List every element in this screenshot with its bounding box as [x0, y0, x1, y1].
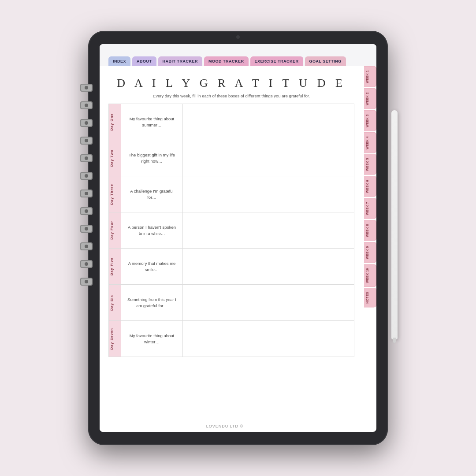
- writing-area[interactable]: [183, 140, 354, 176]
- spiral-ring: [80, 137, 93, 145]
- prompt-cell: Something from this year I am grateful f…: [121, 285, 183, 321]
- page-title: D A I L Y G R A T I T U D E: [100, 66, 363, 93]
- spiral-ring: [80, 172, 93, 180]
- side-tab-week7[interactable]: WEEK 7: [364, 198, 376, 219]
- writing-area[interactable]: [183, 285, 354, 321]
- table-row: Day SixSomething from this year I am gra…: [109, 285, 354, 321]
- prompt-cell: My favourite thing about summer…: [121, 104, 183, 140]
- content-area: D A I L Y G R A T I T U D E Every day th…: [100, 66, 363, 432]
- prompt-cell: The biggest gift in my life right now…: [121, 140, 183, 176]
- tab-mood-tracker[interactable]: MOOD TRACKER: [204, 56, 249, 66]
- apple-pencil: [391, 110, 398, 339]
- page-subtitle: Every day this week, fill in each of the…: [100, 93, 363, 104]
- side-tabs: WEEK 1 WEEK 2 WEEK 3 WEEK 4 WEEK 5 WEEK …: [364, 66, 376, 307]
- spiral-ring: [80, 260, 93, 268]
- prompt-cell: A challenge I'm grateful for…: [121, 176, 183, 212]
- side-tab-week2[interactable]: WEEK 2: [364, 88, 376, 109]
- tab-about[interactable]: ABOUT: [132, 56, 156, 66]
- writing-area[interactable]: [183, 104, 354, 140]
- day-label: Day Two: [109, 148, 115, 168]
- writing-area[interactable]: [183, 212, 354, 249]
- spiral-ring: [80, 225, 93, 233]
- tabs-container: INDEX ABOUT HABIT TRACKER MOOD TRACKER E…: [100, 44, 376, 66]
- side-tab-week9[interactable]: WEEK 9: [364, 242, 376, 263]
- spiral-ring: [80, 190, 93, 197]
- spiral-ring: [80, 242, 93, 250]
- spiral-rings: [80, 84, 93, 286]
- tab-index[interactable]: INDEX: [108, 56, 130, 66]
- writing-area[interactable]: [183, 249, 354, 285]
- side-tab-week6[interactable]: WEEK 6: [364, 176, 376, 197]
- side-tab-week3[interactable]: WEEK 3: [364, 110, 376, 131]
- day-label: Day One: [109, 112, 115, 132]
- writing-area[interactable]: [183, 321, 354, 357]
- spiral-ring: [80, 119, 93, 127]
- day-label: Day Five: [109, 256, 115, 277]
- day-label: Day Six: [109, 293, 115, 312]
- writing-area[interactable]: [183, 176, 354, 212]
- spiral-ring: [80, 84, 93, 92]
- table-row: Day SevenMy favourite thing about winter…: [109, 321, 354, 357]
- gratitude-table: Day OneMy favourite thing about summer…D…: [108, 104, 354, 357]
- side-tab-week5[interactable]: WEEK 5: [364, 154, 376, 175]
- table-row: Day FourA person I haven't spoken to in …: [109, 212, 354, 249]
- table-row: Day TwoThe biggest gift in my life right…: [109, 140, 354, 176]
- day-label-cell: Day One: [109, 104, 121, 140]
- table-row: Day OneMy favourite thing about summer…: [109, 104, 354, 140]
- table-row: Day ThreeA challenge I'm grateful for…: [109, 176, 354, 212]
- spiral-ring: [80, 278, 93, 286]
- day-label-cell: Day Five: [109, 249, 121, 285]
- spiral-ring: [80, 101, 93, 109]
- day-label-cell: Day Six: [109, 285, 121, 321]
- side-tab-notes[interactable]: NOTES: [364, 288, 376, 308]
- prompt-cell: My favourite thing about winter…: [121, 321, 183, 357]
- prompt-cell: A person I haven't spoken to in a while…: [121, 212, 183, 249]
- day-label-cell: Day Four: [109, 212, 121, 249]
- day-label: Day Four: [109, 219, 115, 242]
- spiral-ring: [80, 154, 93, 162]
- tab-goal-setting[interactable]: GOAL SETTING: [305, 56, 346, 66]
- footer-text: LOVENDU LTD ©: [100, 424, 350, 428]
- side-tab-week10[interactable]: WEEK 10: [364, 264, 376, 287]
- day-label: Day Seven: [109, 326, 115, 351]
- tab-exercise-tracker[interactable]: EXERCISE TRACKER: [250, 56, 303, 66]
- tablet: INDEX ABOUT HABIT TRACKER MOOD TRACKER E…: [88, 31, 388, 445]
- spiral-ring: [80, 207, 93, 215]
- day-label-cell: Day Two: [109, 140, 121, 176]
- side-tab-week8[interactable]: WEEK 8: [364, 220, 376, 241]
- camera-icon: [236, 35, 240, 39]
- side-tab-week1[interactable]: WEEK 1: [364, 66, 376, 87]
- tab-habit-tracker[interactable]: HABIT TRACKER: [158, 56, 203, 66]
- prompt-cell: A memory that makes me smile…: [121, 249, 183, 285]
- tablet-screen: INDEX ABOUT HABIT TRACKER MOOD TRACKER E…: [100, 44, 376, 432]
- side-tab-week4[interactable]: WEEK 4: [364, 132, 376, 153]
- day-label-cell: Day Three: [109, 176, 121, 212]
- table-row: Day FiveA memory that makes me smile…: [109, 249, 354, 285]
- day-label: Day Three: [109, 182, 115, 207]
- day-label-cell: Day Seven: [109, 321, 121, 357]
